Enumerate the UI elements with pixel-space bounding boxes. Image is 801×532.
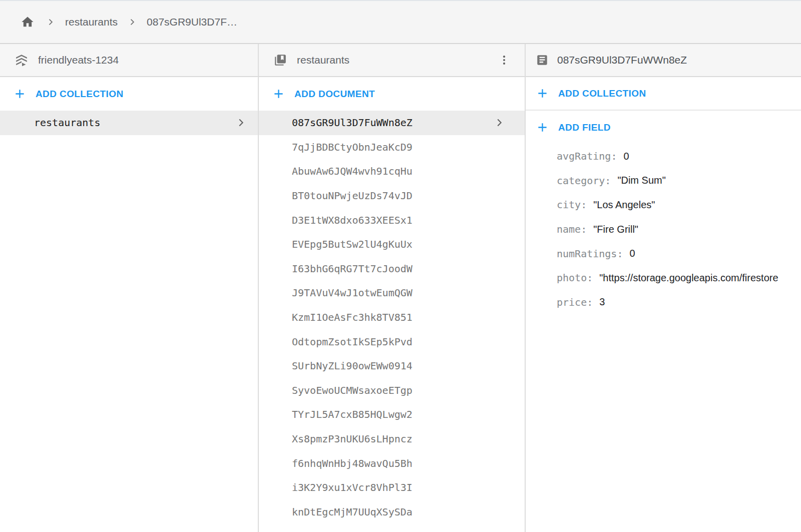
firestore-logo-icon: [15, 54, 28, 67]
document-id: OdtopmZsotIkSEp5kPvd: [292, 336, 413, 348]
collection-icon: [274, 54, 287, 67]
field-key: category: [557, 175, 611, 187]
document-id: I63bhG6qRG7Tt7cJoodW: [292, 263, 413, 275]
document-row[interactable]: TYrJL5A7cxB85HQLwgw2: [259, 402, 525, 427]
field-row[interactable]: category "Dim Sum": [526, 169, 801, 193]
field-value: "Los Angeles": [593, 199, 655, 211]
document-title: 087sGR9Ul3D7FuWWn8eZ: [557, 54, 687, 66]
project-panel: friendlyeats-1234 ADD COLLECTION restaur…: [0, 44, 259, 532]
document-id: TYrJL5A7cxB85HQLwgw2: [292, 408, 413, 420]
field-key: photo: [557, 272, 593, 284]
field-value: 0: [629, 248, 635, 259]
document-id: EVEpg5ButSw2lU4gKuUx: [292, 238, 413, 250]
field-row[interactable]: photo "https://storage.googleapis.com/fi…: [526, 266, 801, 290]
field-row[interactable]: city "Los Angeles": [526, 193, 801, 217]
field-list: avgRating 0 category "Dim Sum" city "Los…: [526, 144, 801, 314]
document-id: KzmI1OeAsFc3hk8TV851: [292, 311, 413, 323]
document-row[interactable]: I63bhG6qRG7Tt7cJoodW: [259, 257, 525, 281]
field-value: 3: [599, 296, 605, 308]
field-key: numRatings: [557, 248, 623, 260]
breadcrumb-item-restaurants[interactable]: restaurants: [65, 16, 118, 28]
document-id: i3K2Y9xu1xVcr8VhPl3I: [292, 481, 413, 493]
field-value: "Dim Sum": [617, 175, 665, 186]
field-key: avgRating: [557, 150, 617, 162]
add-collection-button[interactable]: ADD COLLECTION: [526, 77, 801, 111]
field-key: name: [557, 223, 587, 235]
home-icon: [21, 15, 35, 29]
document-row[interactable]: KzmI1OeAsFc3hk8TV851: [259, 305, 525, 330]
more-options-button[interactable]: [496, 52, 513, 69]
document-row[interactable]: D3E1tWX8dxo633XEESx1: [259, 208, 525, 232]
add-field-button[interactable]: ADD FIELD: [526, 111, 801, 144]
collection-list: restaurants: [0, 111, 258, 135]
chevron-right-icon: [494, 117, 505, 128]
chevron-right-icon: [235, 117, 246, 128]
document-id: knDtEgcMjM7UUqXSySDa: [292, 506, 413, 518]
collection-panel: restaurants ADD DOCUMENT 087sGR9Ul3D7FuW…: [259, 44, 526, 532]
field-value: "https://storage.googleapis.com/firestor…: [599, 272, 778, 284]
collection-name: restaurants: [34, 117, 100, 129]
collection-title: restaurants: [297, 54, 349, 66]
more-vert-icon: [499, 55, 510, 66]
breadcrumb-item-document[interactable]: 087sGR9Ul3D7F…: [147, 16, 237, 28]
home-button[interactable]: [19, 14, 36, 31]
document-id: f6nhqWnHbj48wavQu5Bh: [292, 457, 413, 469]
document-id: 087sGR9Ul3D7FuWWn8eZ: [292, 117, 413, 129]
document-row[interactable]: i3K2Y9xu1xVcr8VhPl3I: [259, 475, 525, 500]
field-key: city: [557, 199, 587, 211]
document-icon: [536, 54, 549, 67]
document-row[interactable]: SyvoEwoUCMWsaxoeETgp: [259, 378, 525, 403]
document-row[interactable]: OdtopmZsotIkSEp5kPvd: [259, 329, 525, 354]
document-row[interactable]: 7qJjBDBCtyObnJeaKcD9: [259, 135, 525, 160]
document-row[interactable]: BT0touNPwjeUzDs74vJD: [259, 184, 525, 208]
plus-icon: [537, 88, 548, 99]
document-id: Xs8pmzP3nUKU6sLHpncz: [292, 433, 413, 445]
breadcrumb: restaurants 087sGR9Ul3D7F…: [0, 0, 801, 44]
document-id: BT0touNPwjeUzDs74vJD: [292, 190, 413, 202]
project-title: friendlyeats-1234: [38, 54, 119, 66]
plus-icon: [14, 88, 26, 100]
document-id: 7qJjBDBCtyObnJeaKcD9: [292, 141, 413, 153]
document-id: SyvoEwoUCMWsaxoeETgp: [292, 384, 413, 396]
field-value: 0: [623, 151, 629, 162]
breadcrumb-separator-icon: [46, 17, 56, 27]
document-panel: 087sGR9Ul3D7FuWWn8eZ ADD COLLECTION ADD …: [526, 44, 801, 532]
breadcrumb-separator-icon: [127, 17, 137, 27]
field-row[interactable]: avgRating 0: [526, 144, 801, 169]
document-list: 087sGR9Ul3D7FuWWn8eZ 7qJjBDBCtyObnJeaKcD…: [259, 111, 525, 524]
project-panel-header: friendlyeats-1234: [0, 44, 258, 77]
collection-row[interactable]: restaurants: [0, 111, 258, 135]
collection-panel-header: restaurants: [259, 44, 525, 77]
document-id: D3E1tWX8dxo633XEESx1: [292, 214, 413, 226]
add-collection-button[interactable]: ADD COLLECTION: [0, 77, 258, 111]
plus-icon: [537, 122, 548, 133]
document-row[interactable]: AbuwAw6JQW4wvh91cqHu: [259, 159, 525, 184]
field-value: "Fire Grill": [593, 224, 638, 235]
document-id: SUrbNyZLi90owEWw0914: [292, 360, 413, 372]
document-row[interactable]: EVEpg5ButSw2lU4gKuUx: [259, 232, 525, 257]
document-row[interactable]: f6nhqWnHbj48wavQu5Bh: [259, 451, 525, 475]
document-row[interactable]: 087sGR9Ul3D7FuWWn8eZ: [259, 111, 525, 135]
field-row[interactable]: name "Fire Grill": [526, 217, 801, 242]
field-row[interactable]: price 3: [526, 290, 801, 315]
document-row[interactable]: Xs8pmzP3nUKU6sLHpncz: [259, 427, 525, 451]
document-panel-header: 087sGR9Ul3D7FuWWn8eZ: [526, 44, 801, 77]
document-row[interactable]: SUrbNyZLi90owEWw0914: [259, 354, 525, 378]
add-document-button[interactable]: ADD DOCUMENT: [259, 77, 525, 111]
document-id: AbuwAw6JQW4wvh91cqHu: [292, 165, 413, 177]
document-id: J9TAVuV4wJ1otwEumQGW: [292, 287, 413, 299]
field-key: price: [557, 296, 593, 308]
document-row[interactable]: J9TAVuV4wJ1otwEumQGW: [259, 281, 525, 305]
field-row[interactable]: numRatings 0: [526, 241, 801, 266]
document-row[interactable]: knDtEgcMjM7UUqXSySDa: [259, 500, 525, 524]
plus-icon: [273, 88, 284, 100]
